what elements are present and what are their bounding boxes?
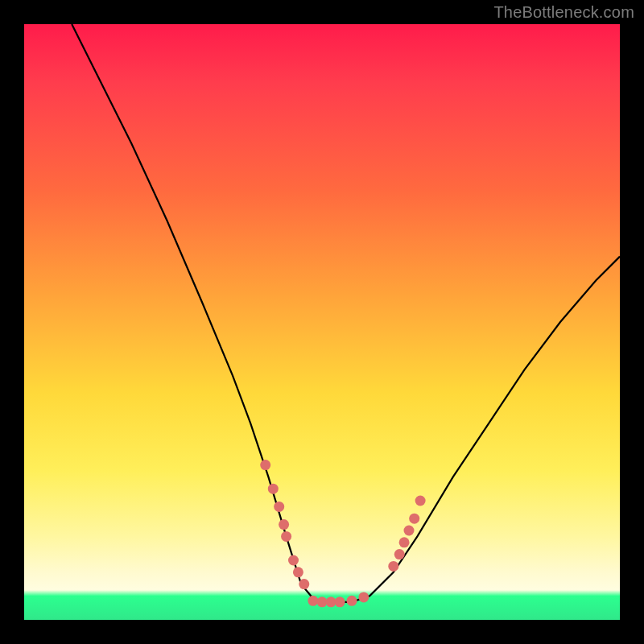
data-dot xyxy=(279,519,289,530)
data-dot xyxy=(415,496,426,506)
data-dot xyxy=(299,579,309,589)
data-dot xyxy=(409,514,419,524)
data-dot xyxy=(335,597,345,607)
data-dot xyxy=(399,537,410,547)
data-dot xyxy=(308,596,318,606)
data-dot xyxy=(268,484,279,494)
plot-area xyxy=(24,24,620,620)
data-dot xyxy=(347,596,357,606)
data-dot xyxy=(404,526,415,536)
data-dots xyxy=(260,460,425,607)
chart-svg xyxy=(24,24,620,620)
data-dot xyxy=(260,460,270,470)
data-dot xyxy=(317,597,328,607)
watermark-text: TheBottleneck.com xyxy=(493,3,634,22)
data-dot xyxy=(293,567,303,577)
bottleneck-curve xyxy=(72,24,620,602)
data-dot xyxy=(358,592,369,602)
data-dot xyxy=(274,502,284,512)
data-dot xyxy=(288,555,299,566)
data-dot xyxy=(388,561,398,572)
data-dot xyxy=(281,531,291,542)
data-dot xyxy=(326,597,336,607)
outer-frame: TheBottleneck.com xyxy=(0,0,644,644)
data-dot xyxy=(394,549,405,559)
